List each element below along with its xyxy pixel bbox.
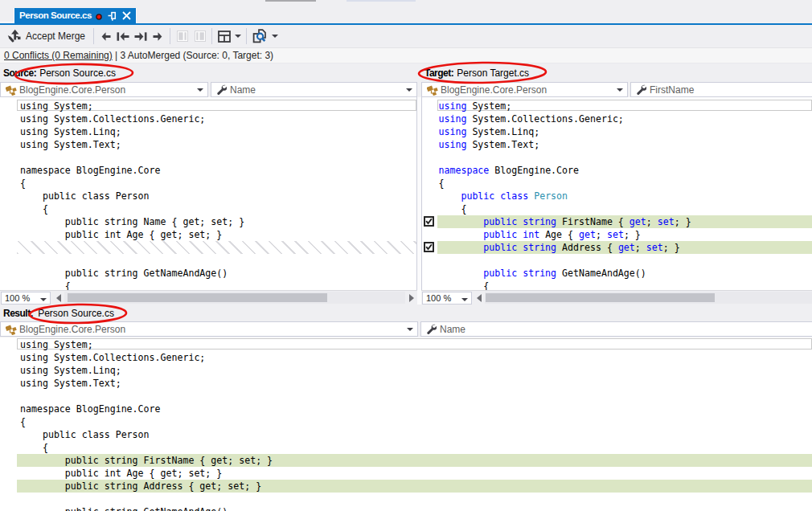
- source-type-dropdown[interactable]: BlogEngine.Core.Person: [0, 82, 208, 97]
- code-line[interactable]: namespace BlogEngine.Core: [0, 164, 416, 177]
- scroll-thumb[interactable]: [68, 293, 327, 302]
- code-line[interactable]: public class Person: [0, 428, 812, 441]
- code-line[interactable]: [0, 254, 416, 267]
- compare-files-dropdown[interactable]: [272, 25, 278, 47]
- code-line[interactable]: public string GetNameAndAge(): [0, 505, 812, 511]
- code-line[interactable]: using System.Linq;: [422, 125, 812, 138]
- first-difference-button[interactable]: [117, 25, 129, 47]
- close-icon[interactable]: [122, 11, 131, 20]
- code-line[interactable]: using System;: [422, 100, 812, 112]
- code-line[interactable]: namespace BlogEngine.Core: [422, 164, 812, 177]
- code-line[interactable]: {: [422, 280, 812, 290]
- code-line[interactable]: public string FirstName { get; set; }: [0, 454, 812, 467]
- target-code-pane[interactable]: using System;using System.Collections.Ge…: [421, 97, 812, 290]
- result-label: Result:: [3, 308, 33, 319]
- accept-merge-icon: [7, 29, 22, 44]
- pin-icon[interactable]: [108, 10, 118, 21]
- scroll-left-arrow[interactable]: [56, 294, 61, 302]
- result-navigation-bar: BlogEngine.Core.Person Name: [0, 321, 812, 337]
- target-file-name: Person Target.cs: [457, 67, 529, 79]
- scroll-right-arrow[interactable]: [409, 294, 414, 302]
- layout-view-button[interactable]: [218, 25, 231, 47]
- code-line[interactable]: [0, 493, 812, 505]
- code-line[interactable]: using System;: [0, 338, 812, 351]
- toolbar-separator: [211, 28, 212, 44]
- code-line[interactable]: using System.Collections.Generic;: [0, 112, 416, 125]
- code-line[interactable]: namespace BlogEngine.Core: [0, 403, 812, 415]
- last-difference-button[interactable]: [134, 25, 147, 47]
- toolbar-separator: [93, 28, 94, 44]
- status-divider: |: [113, 50, 121, 61]
- toolbar-separator: [246, 28, 247, 44]
- code-line[interactable]: [422, 151, 812, 164]
- code-line[interactable]: {: [422, 202, 812, 215]
- code-line[interactable]: [0, 241, 416, 254]
- merge-include-checkbox[interactable]: [424, 242, 434, 252]
- code-line[interactable]: public class Person: [0, 190, 416, 202]
- code-line[interactable]: {: [0, 202, 416, 215]
- code-text: namespace BlogEngine.Core: [20, 403, 161, 415]
- scroll-thumb[interactable]: [486, 293, 715, 302]
- code-text: public string Name { get; set; }: [20, 216, 244, 228]
- code-text: namespace BlogEngine.Core: [439, 165, 580, 177]
- chevron-down-icon: [235, 35, 241, 38]
- layout-view-dropdown[interactable]: [235, 25, 241, 47]
- code-text: public string GetNameAndAge(): [20, 506, 228, 511]
- code-line[interactable]: using System.Linq;: [0, 125, 416, 138]
- code-line[interactable]: [0, 151, 416, 164]
- code-line[interactable]: public string FirstName { get; set; }: [422, 215, 812, 228]
- zoom-level: 100 %: [426, 293, 451, 303]
- code-line[interactable]: using System.Linq;: [0, 364, 812, 377]
- code-line[interactable]: {: [0, 280, 416, 290]
- previous-difference-button[interactable]: [101, 25, 111, 47]
- code-line[interactable]: public int Age { get; set; }: [422, 228, 812, 241]
- code-line[interactable]: [422, 254, 812, 267]
- code-line[interactable]: public string GetNameAndAge(): [0, 267, 416, 280]
- target-type-dropdown[interactable]: BlogEngine.Core.Person: [421, 82, 628, 97]
- result-type-dropdown[interactable]: BlogEngine.Core.Person: [0, 321, 418, 337]
- code-line[interactable]: public string GetNameAndAge(): [422, 267, 812, 280]
- code-text: public int Age { get; set; }: [439, 229, 641, 241]
- source-code-pane[interactable]: using System;using System.Collections.Ge…: [0, 97, 417, 290]
- code-line[interactable]: public int Age { get; set; }: [0, 467, 812, 480]
- source-file-name: Person Source.cs: [39, 67, 116, 79]
- two-way-view-alt-button-disabled: [195, 25, 206, 47]
- code-line[interactable]: public int Age { get; set; }: [0, 228, 416, 241]
- code-line[interactable]: using System.Text;: [422, 138, 812, 151]
- source-member-dropdown[interactable]: Name: [211, 82, 417, 97]
- accept-merge-button[interactable]: Accept Merge: [7, 25, 85, 47]
- code-line[interactable]: public class Person: [422, 190, 812, 202]
- code-line[interactable]: using System;: [0, 100, 416, 112]
- code-line[interactable]: [0, 390, 812, 403]
- target-zoom-dropdown[interactable]: 100 %: [422, 292, 472, 305]
- current-line-box: [17, 338, 812, 350]
- code-line[interactable]: using System.Text;: [0, 138, 416, 151]
- pane-divider[interactable]: [417, 97, 421, 305]
- compare-files-button[interactable]: [252, 25, 267, 47]
- target-member-dropdown[interactable]: FirstName: [630, 82, 812, 97]
- code-text: {: [439, 178, 445, 190]
- result-code-pane[interactable]: using System;using System.Collections.Ge…: [0, 337, 812, 511]
- code-line[interactable]: using System.Collections.Generic;: [422, 112, 812, 125]
- code-text: using System;: [20, 100, 93, 112]
- source-zoom-dropdown[interactable]: 100 %: [1, 292, 51, 305]
- code-line[interactable]: {: [0, 415, 812, 428]
- code-line[interactable]: {: [422, 177, 812, 190]
- next-difference-button[interactable]: [153, 25, 162, 47]
- code-text: {: [20, 178, 26, 190]
- chevron-down-icon: [461, 298, 468, 301]
- scroll-left-arrow[interactable]: [477, 294, 482, 302]
- code-line[interactable]: public string Address { get; set; }: [0, 480, 812, 493]
- document-tab[interactable]: Person Source.cs: [14, 8, 136, 23]
- code-text: using System.Linq;: [20, 126, 121, 138]
- code-line[interactable]: {: [0, 441, 812, 454]
- code-line[interactable]: public string Name { get; set; }: [0, 215, 416, 228]
- code-line[interactable]: using System.Collections.Generic;: [0, 351, 812, 364]
- code-line[interactable]: using System.Text;: [0, 377, 812, 390]
- code-line[interactable]: public string Address { get; set; }: [422, 241, 812, 254]
- result-member-dropdown[interactable]: Name: [420, 321, 812, 337]
- code-text: public class Person: [20, 429, 150, 441]
- code-text: using System.Collections.Generic;: [20, 352, 205, 364]
- merge-include-checkbox[interactable]: [424, 216, 434, 227]
- code-line[interactable]: {: [0, 177, 416, 190]
